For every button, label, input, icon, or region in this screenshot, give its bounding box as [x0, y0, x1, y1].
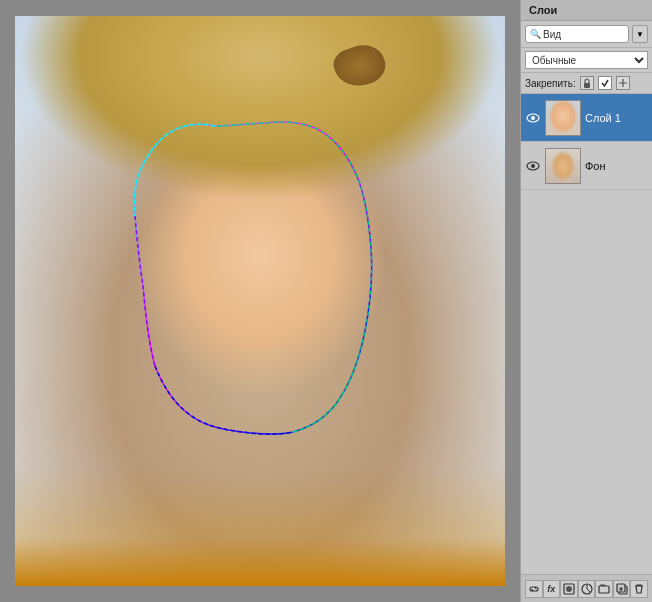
svg-point-4 — [531, 164, 535, 168]
search-dropdown[interactable]: ▼ — [632, 25, 648, 43]
layer-name-1: Слой 1 — [585, 112, 648, 124]
lock-label: Закрепить: — [525, 78, 576, 89]
adjustment-button[interactable] — [578, 580, 596, 598]
photo-container — [15, 16, 505, 586]
svg-rect-0 — [584, 83, 590, 88]
eye-icon-1[interactable] — [525, 110, 541, 126]
lock-row: Закрепить: — [521, 73, 652, 94]
layer-row-1[interactable]: Слой 1 — [521, 94, 652, 142]
svg-rect-8 — [599, 586, 609, 593]
layer-thumb-1 — [545, 100, 581, 136]
link-layers-button[interactable] — [525, 580, 543, 598]
layers-title: Слои — [529, 4, 557, 16]
hair-top — [15, 16, 505, 216]
layers-panel: Слои 🔍 Вид ▼ Обычные Закрепить: — [521, 0, 652, 602]
search-box[interactable]: 🔍 Вид — [525, 25, 629, 43]
lock-move-icon[interactable] — [616, 76, 630, 90]
layer-thumb-face-fon — [546, 149, 580, 183]
search-icon: 🔍 — [530, 29, 541, 39]
shoulder-area — [15, 466, 505, 586]
lock-paint-checkbox[interactable] — [598, 76, 612, 90]
blend-mode-row: Обычные — [521, 48, 652, 73]
layer-name-fon: Фон — [585, 160, 648, 172]
bottom-toolbar: fx — [521, 574, 652, 602]
right-panel: Слои 🔍 Вид ▼ Обычные Закрепить: — [520, 0, 652, 602]
search-text: Вид — [543, 29, 624, 40]
search-row: 🔍 Вид ▼ — [521, 21, 652, 48]
group-layers-button[interactable] — [595, 580, 613, 598]
svg-point-6 — [566, 586, 572, 592]
svg-point-2 — [531, 116, 535, 120]
layers-header: Слои — [521, 0, 652, 21]
lock-icon[interactable] — [580, 76, 594, 90]
layer-thumb-fon — [545, 148, 581, 184]
mask-button[interactable] — [560, 580, 578, 598]
eye-icon-fon[interactable] — [525, 158, 541, 174]
layer-thumb-face-1 — [546, 101, 580, 135]
fx-button[interactable]: fx — [543, 580, 561, 598]
delete-layer-button[interactable] — [630, 580, 648, 598]
layer-row-fon[interactable]: Фон — [521, 142, 652, 190]
main-canvas — [0, 0, 520, 602]
layers-spacer — [521, 190, 652, 574]
face-photo — [15, 16, 505, 586]
new-layer-button[interactable] — [613, 580, 631, 598]
blend-mode-select[interactable]: Обычные — [525, 51, 648, 69]
